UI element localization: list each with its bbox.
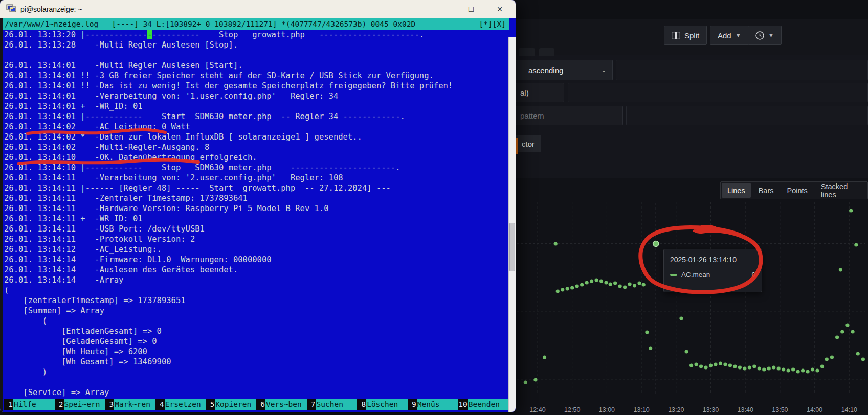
data-point (758, 366, 761, 370)
data-point (738, 365, 742, 369)
data-point (609, 282, 612, 286)
data-point (791, 367, 795, 371)
x-axis-tick: 13:00 (599, 406, 615, 413)
log-line: [GeladenGesamt] => 0 (4, 336, 508, 347)
data-point (719, 361, 722, 365)
data-point (752, 364, 756, 368)
window-titlebar[interactable]: pi@solaranzeige: ~ – ☐ ✕ (0, 0, 516, 18)
data-point (685, 350, 688, 353)
fkey-hilfe[interactable]: 1Hilfe (4, 399, 55, 410)
fkey-suchen[interactable]: 7Suchen (307, 399, 358, 410)
x-axis-tick: 13:40 (738, 406, 753, 413)
log-line (4, 377, 508, 387)
data-point (689, 363, 693, 367)
data-point (618, 284, 622, 288)
log-line: 26.01. 13:14:14 -Firmware: DL1.0 Warnung… (4, 255, 508, 265)
data-point (637, 281, 641, 285)
log-line: ) (4, 367, 508, 377)
log-line: 26.01. 13:14:01 |------------ Start SDM6… (4, 111, 508, 122)
log-line: [Summen] => Array (4, 306, 508, 316)
log-line: 26.01. 13:13:20 |-----------------------… (4, 30, 508, 40)
log-line: 26.01. 13:14:14 -Auslesen des Gerätes be… (4, 265, 508, 275)
log-line: 26.01. 13:13:28 -Multi Regler Auslesen [… (4, 40, 508, 50)
data-point (815, 368, 819, 372)
data-point (820, 364, 824, 368)
data-point (854, 243, 858, 246)
mcedit-statusbar: /var/www/1~nzeige.log [----] 34 L:[10389… (3, 18, 509, 30)
series-swatch-icon (670, 274, 677, 276)
close-button[interactable]: ✕ (491, 2, 508, 17)
data-point (604, 281, 608, 284)
minimize-button[interactable]: – (434, 2, 451, 17)
data-point (743, 366, 746, 370)
data-point (556, 289, 560, 293)
data-point (628, 282, 631, 286)
data-point (849, 209, 853, 212)
data-point (633, 284, 636, 287)
x-axis-tick: 13:10 (633, 406, 649, 413)
log-line: 26.01. 13:14:11 -Hardware Version: Raspb… (4, 203, 508, 214)
fkey-kopieren[interactable]: 5Kopieren (206, 399, 256, 410)
log-line (4, 50, 508, 60)
data-point (642, 283, 646, 286)
data-point (787, 368, 790, 372)
fkey-markren[interactable]: 3Mark~ren (105, 399, 155, 410)
putty-icon (6, 4, 16, 15)
terminal-log[interactable]: 26.01. 13:13:20 |-----------------------… (4, 30, 508, 399)
log-line: 26.01. 13:14:02 -Multi-Regler-Ausgang. 8 (4, 142, 508, 152)
fkey-mens[interactable]: 9Menüs (408, 399, 458, 410)
tooltip-series-value: 0 (751, 271, 755, 279)
maximize-button[interactable]: ☐ (462, 2, 480, 17)
fkey-speiern[interactable]: 2Spei~ern (55, 399, 105, 410)
data-point (533, 378, 537, 381)
data-point (777, 366, 781, 370)
fkey-lschen[interactable]: 8Löschen (357, 399, 408, 410)
screenshot-root: Split Add ▼ ▼ ascending ⌄ al) pattern ct… (0, 0, 868, 415)
data-point (585, 281, 589, 284)
x-axis-tick: 13:20 (668, 406, 684, 413)
log-line: [EntladenGesamt] => 0 (4, 326, 508, 336)
log-line: 26.01. 13:14:11 -Zentraler Timestamp: 17… (4, 193, 508, 203)
data-point (570, 286, 574, 289)
tooltip-timestamp: 2025-01-26 13:14:10 (670, 256, 755, 264)
data-point (561, 288, 564, 291)
data-point (839, 268, 842, 271)
fkey-ersetzen[interactable]: 4Ersetzen (155, 399, 206, 410)
data-point (733, 364, 737, 368)
log-line: 26.01. 13:14:10 |------------ Stop SDM63… (4, 163, 508, 173)
scrollbar-thumb[interactable] (509, 223, 515, 271)
terminal-body: /var/www/1~nzeige.log [----] 34 L:[10389… (0, 18, 516, 412)
data-point (575, 284, 579, 288)
x-axis-tick: 14:10 (841, 406, 857, 413)
log-line: [zentralerTimestamp] => 1737893651 (4, 295, 508, 306)
log-line: 26.01. 13:14:14 -Array (4, 275, 508, 285)
terminal-scrollbar[interactable] (508, 37, 516, 412)
data-point (801, 368, 805, 372)
log-line: ( (4, 316, 508, 326)
chart-tooltip: 2025-01-26 13:14:10 AC.mean 0 (663, 249, 762, 292)
log-line: 26.01. 13:14:01 !! -Das ist zu wenig! Is… (4, 81, 508, 91)
fkey-beenden[interactable]: 10Beenden (458, 399, 508, 410)
log-line: 26.01. 13:14:10 -OK. Datenübertragung er… (4, 152, 508, 163)
log-line: ( (4, 285, 508, 295)
data-point (623, 285, 627, 289)
data-point (728, 363, 732, 367)
data-point (694, 362, 698, 366)
log-line: 26.01. 13:14:01 !! -3 GB freier Speicher… (4, 71, 508, 81)
log-line: 26.01. 13:14:11 -Verarbeitung von: '2.us… (4, 173, 508, 183)
data-point (649, 346, 652, 350)
data-point (845, 323, 849, 327)
data-point (554, 242, 558, 245)
data-point (861, 357, 865, 361)
data-point (709, 363, 713, 367)
data-point (543, 355, 546, 359)
fkey-versben[interactable]: 6Vers~ben (256, 399, 307, 410)
putty-window: pi@solaranzeige: ~ – ☐ ✕ /var/www/1~nzei… (0, 0, 516, 412)
data-point (699, 364, 703, 368)
data-point (767, 366, 771, 370)
data-point (851, 330, 854, 333)
data-point (679, 316, 683, 320)
data-point (714, 362, 717, 366)
log-line: 26.01. 13:14:02 * -Daten zur lokalen Inf… (4, 132, 508, 142)
log-line: 26.01. 13:14:11 -Protokoll Version: 2 (4, 234, 508, 244)
